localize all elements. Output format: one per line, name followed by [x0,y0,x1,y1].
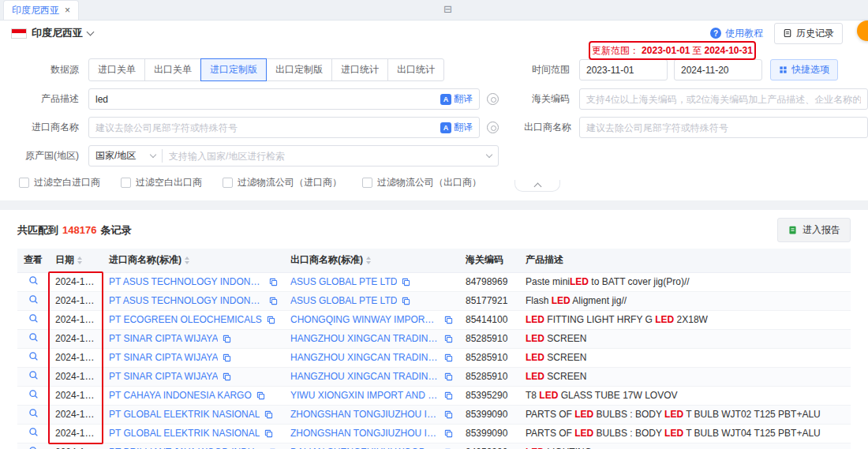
product-desc-field[interactable]: A 翻译 [88,88,480,110]
datasource-tab[interactable]: 进口关单 [88,58,145,81]
importer-link[interactable]: PT ECOGREEN OLEOCHEMICALS [109,314,262,325]
view-detail-icon[interactable] [28,427,39,437]
exporter-link[interactable]: ASUS GLOBAL PTE LTD [290,295,397,306]
tab-indonesia[interactable]: 印度尼西亚 × [3,0,79,20]
exporter-link[interactable]: HANGZHOU XINGCAN TRADING CO LTD [290,333,440,344]
copy-icon[interactable] [267,316,275,324]
copy-icon[interactable] [444,429,453,438]
exporter-field[interactable] [579,117,868,138]
enter-report-button[interactable]: 进入报告 [777,218,851,242]
importer-link[interactable]: PT SINAR CIPTA WIJAYA [109,352,218,363]
column-header[interactable]: 进口商名称(标准) [103,249,284,272]
sort-icons[interactable] [185,256,189,264]
exporter-input[interactable] [586,122,861,133]
quick-options-button[interactable]: 快捷选项 [770,59,838,80]
copy-icon[interactable] [402,278,410,286]
checkbox-icon[interactable] [223,178,233,188]
origin-field[interactable]: 国家/地区 [88,145,499,167]
copy-icon[interactable] [444,316,453,324]
tab-close-icon[interactable]: × [65,5,70,16]
exporter-link[interactable]: CHONGQING WINWAY IMPORT AND E... [290,314,440,325]
collapse-panel-button[interactable] [514,180,560,192]
datasource-tab[interactable]: 出口关单 [144,58,201,81]
exporter-link[interactable]: ASUS GLOBAL PTE LTD [290,276,397,287]
product-desc-input[interactable] [95,94,436,105]
origin-select[interactable]: 国家/地区 [89,149,162,163]
importer-link[interactable]: PT SINAR CIPTA WIJAYA [109,333,218,344]
table-header-row: 查看日期进口商名称(标准)出口商名称(标准)海关编码产品描述 [17,249,851,272]
view-detail-icon[interactable] [28,351,39,361]
copy-icon[interactable] [223,372,231,381]
date-end-field[interactable] [674,59,762,80]
importer-link[interactable]: PT ASUS TECHNOLOGY INDONESIA BA... [109,295,264,306]
importer-link[interactable]: PT SINAR CIPTA WIJAYA [109,371,218,382]
translate-button[interactable]: A 翻译 [440,121,473,134]
origin-search-input[interactable] [169,151,487,162]
column-header[interactable]: 日期 [49,249,103,272]
filter-checkbox[interactable]: 过滤空白出口商 [121,176,202,189]
view-detail-icon[interactable] [28,370,39,380]
importer-link[interactable]: PT GLOBAL ELEKTRIK NASIONAL [109,409,260,420]
exporter-link[interactable]: HANGZHOU XINGCAN TRADING CO LTD [290,352,440,363]
importer-field[interactable]: A 翻译 [88,117,480,138]
copy-icon[interactable] [264,429,273,438]
exporter-link[interactable]: ZHONGSHAN TONGJIUZHOU INTERNA... [290,409,440,420]
match-count: 148176 [62,224,96,236]
tab-overview-icon[interactable]: ⊟ [443,4,452,14]
hs-code-cell: 85285910 [459,329,519,348]
exporter-link[interactable]: ZHONGSHAN TONGJIUZHOU INTERNA... [290,428,440,439]
sort-icons[interactable] [366,256,371,264]
copy-icon[interactable] [444,335,453,343]
view-detail-icon[interactable] [28,294,39,305]
copy-icon[interactable] [444,354,453,362]
checkbox-icon[interactable] [362,178,372,188]
date-cell: 2024-10-31 [49,348,103,367]
checkbox-icon[interactable] [121,178,131,188]
copy-icon[interactable] [264,410,273,419]
importer-input[interactable] [95,122,436,133]
filter-checkbox[interactable]: 过滤空白进口商 [19,176,100,189]
circle-toggle-icon[interactable] [487,93,499,105]
copy-icon[interactable] [256,391,265,400]
importer-link[interactable]: PT GLOBAL ELEKTRIK NASIONAL [109,428,260,439]
copy-icon[interactable] [223,354,231,362]
checkbox-icon[interactable] [19,178,29,188]
match-prefix: 共匹配到 [17,223,58,238]
column-header[interactable]: 出口商名称(标准) [284,249,459,272]
datasource-tab[interactable]: 进口定制版 [200,58,267,81]
view-detail-icon[interactable] [28,389,39,399]
datasource-tab[interactable]: 出口统计 [387,58,444,81]
hs-code-input[interactable] [586,94,861,105]
importer-link[interactable]: PT CAHAYA INDONESIA KARGO [109,390,252,401]
exporter-link[interactable]: YIWU XIONGXIN IMPORT AND EXPORT... [290,390,440,401]
copy-icon[interactable] [444,391,453,400]
view-detail-icon[interactable] [28,275,39,286]
update-range-label: 更新范围： [592,44,639,58]
hs-code-field[interactable] [579,88,868,110]
view-detail-icon[interactable] [28,408,39,418]
copy-icon[interactable] [444,372,453,381]
table-row: 2024-10-31PT ECOGREEN OLEOCHEMICALSCHONG… [17,310,851,329]
country-selector[interactable]: 印度尼西亚 [11,26,93,40]
datasource-tab[interactable]: 出口定制版 [266,58,332,81]
view-detail-icon[interactable] [28,446,39,449]
description-cell: PARTS OF LED BULBS : BODY LED T BULB WJT… [519,424,851,443]
datasource-tab[interactable]: 进口统计 [331,58,388,81]
translate-button[interactable]: A 翻译 [440,92,473,106]
filter-checkbox[interactable]: 过滤物流公司（进口商） [223,176,342,189]
date-start-field[interactable] [579,59,668,80]
copy-icon[interactable] [402,297,410,305]
circle-toggle-icon[interactable] [487,122,499,133]
view-detail-icon[interactable] [28,313,39,324]
copy-icon[interactable] [223,335,231,343]
tutorial-link[interactable]: ? 使用教程 [710,27,763,40]
copy-icon[interactable] [444,410,453,419]
filter-checkbox[interactable]: 过滤物流公司（出口商） [362,176,481,189]
copy-icon[interactable] [269,297,278,305]
copy-icon[interactable] [269,278,278,286]
history-button[interactable]: 历史记录 [774,23,843,44]
view-detail-icon[interactable] [28,332,39,342]
importer-link[interactable]: PT ASUS TECHNOLOGY INDONESIA BA... [109,276,264,287]
exporter-link[interactable]: HANGZHOU XINGCAN TRADING CO LTD [290,371,440,382]
sort-icons[interactable] [77,256,82,264]
